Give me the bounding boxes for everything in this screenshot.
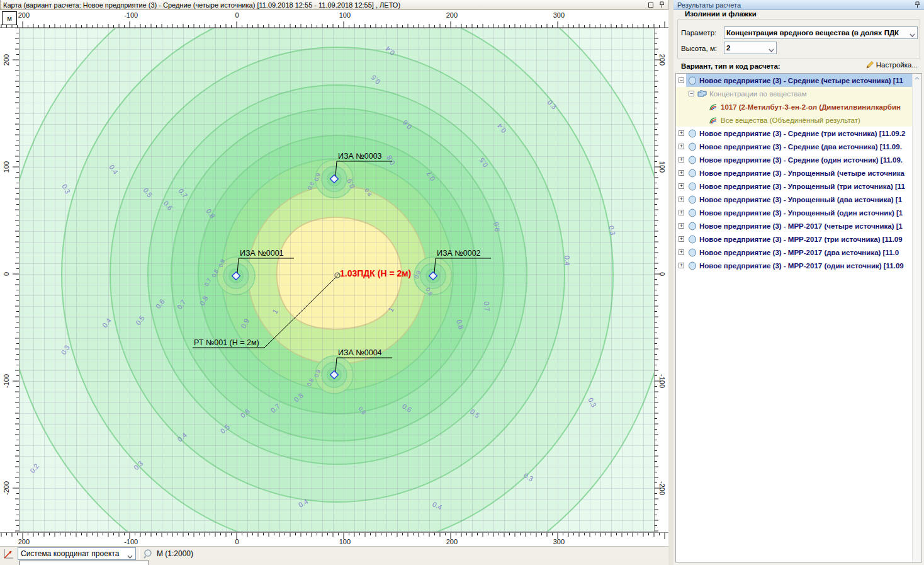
panel-splitter[interactable]: [668, 0, 673, 565]
receptor-label: РТ №001 (Н = 2м): [194, 338, 259, 347]
tree-scrollbar[interactable]: [912, 74, 921, 562]
isoline-value-label: 0.7: [483, 301, 491, 311]
ruler-label: 300: [553, 538, 565, 545]
collapse-icon[interactable]: −: [689, 91, 694, 96]
expand-icon[interactable]: +: [679, 223, 684, 229]
ruler-label: -100: [3, 374, 10, 388]
isoline-value-label: 0.4: [563, 256, 572, 266]
pin-icon[interactable]: [915, 1, 920, 8]
ruler-label: 200: [446, 11, 458, 19]
tree-item[interactable]: + Новое предприятие (3) - Средние (три и…: [676, 127, 921, 140]
tree-item[interactable]: + Новое предприятие (3) - МРР-2017 (три …: [676, 232, 921, 246]
expand-icon[interactable]: +: [679, 183, 684, 189]
ruler-label: -100: [658, 374, 666, 388]
variant-icon: [687, 248, 697, 257]
variant-icon: [687, 261, 697, 270]
parameter-label: Параметр:: [681, 29, 716, 37]
variant-icon: [687, 182, 697, 191]
tree-item[interactable]: + Новое предприятие (3) - МРР-2017 (один…: [676, 259, 921, 272]
tree-item[interactable]: + Новое предприятие (3) - Средние (один …: [676, 153, 921, 166]
source-label: ИЗА №0003: [338, 152, 382, 161]
tree-item-label: Новое предприятие (3) - Средние (четыре …: [699, 77, 921, 84]
isolines-icon: [709, 103, 718, 111]
ruler-label: 100: [339, 538, 351, 545]
tree-item[interactable]: + Новое предприятие (3) - Упрощенный (тр…: [676, 180, 921, 193]
source-label: ИЗА №0001: [240, 249, 284, 258]
height-label: Высота, м:: [681, 45, 717, 52]
ruler-label: 0: [658, 272, 666, 276]
tree-item-label: 1017 (2-Метилбут-3-ен-2-ол (Диметилвинил…: [721, 103, 921, 111]
ruler-label: -100: [124, 11, 138, 19]
ruler-label: 200: [658, 54, 666, 66]
settings-button[interactable]: Настройка...: [866, 61, 918, 69]
variant-icon: [687, 222, 697, 231]
tree-item[interactable]: 1017 (2-Метилбут-3-ен-2-ол (Диметилвинил…: [676, 100, 921, 113]
ruler-label: 200: [18, 11, 30, 19]
tree-item-label: Новое предприятие (3) - Средние (один ис…: [699, 156, 921, 164]
collapse-icon[interactable]: −: [679, 77, 684, 83]
ruler-top: 200-1000100200300: [0, 10, 668, 28]
tree-item[interactable]: + Новое предприятие (3) - Упрощенный (од…: [676, 206, 921, 219]
map-canvas[interactable]: 0.30.40.50.60.70.80.40.50.30.60.40.50.80…: [19, 28, 655, 532]
ruler-label: -200: [3, 481, 10, 495]
tree-item[interactable]: + Новое предприятие (3) - МРР-2017 (два …: [676, 246, 921, 259]
pin-icon[interactable]: [658, 1, 665, 9]
map-window-titlebar: Карта (вариант расчета: Новое предприяти…: [0, 0, 668, 10]
max-concentration-label: 1.03ПДК (Н = 2м): [340, 268, 411, 278]
map-window: Карта (вариант расчета: Новое предприяти…: [0, 0, 668, 565]
ruler-right: 2001000-100-200: [655, 28, 668, 532]
tree-item[interactable]: + Новое предприятие (3) - Упрощенный (че…: [676, 166, 921, 180]
tree-item-label: Новое предприятие (3) - Упрощенный (три …: [699, 183, 921, 190]
expand-icon[interactable]: +: [679, 210, 684, 215]
height-combobox[interactable]: 2: [724, 42, 777, 54]
ruler-unit-box: м: [2, 11, 17, 25]
source-label: ИЗА №0004: [338, 348, 382, 357]
variant-icon: [687, 129, 697, 138]
ruler-label: 0: [235, 538, 239, 545]
tree-item[interactable]: + Новое предприятие (3) - МРР-2017 (четы…: [676, 219, 921, 232]
isolines-icon: [709, 116, 718, 125]
tree-item-label: Все вещества (Объединённый результат): [721, 117, 921, 124]
chevron-up-icon[interactable]: [913, 74, 921, 83]
magnifier-icon: [143, 549, 154, 559]
ruler-label: 100: [339, 11, 351, 19]
ruler-label: -100: [124, 538, 138, 545]
expand-icon[interactable]: +: [679, 170, 684, 176]
tree-item[interactable]: + Новое предприятие (3) - Упрощенный (дв…: [676, 193, 921, 206]
ruler-label: 0: [3, 272, 10, 276]
results-panel: Результаты расчета Изолинии и флажки Пар…: [673, 0, 924, 565]
variant-icon: [687, 156, 697, 164]
ruler-label: 100: [3, 161, 10, 173]
expand-icon[interactable]: +: [679, 130, 684, 136]
expand-icon[interactable]: +: [679, 144, 684, 149]
coordinate-system-combobox[interactable]: Система координат проекта: [18, 547, 136, 560]
expand-icon[interactable]: +: [679, 249, 684, 255]
map-window-title: Карта (вариант расчета: Новое предприяти…: [3, 1, 644, 9]
tree-item-label: Новое предприятие (3) - МРР-2017 (четыре…: [699, 222, 921, 230]
variant-icon: [687, 235, 697, 244]
tree-item-label: Новое предприятие (3) - МРР-2017 (один и…: [699, 262, 921, 270]
variant-icon: [687, 195, 697, 204]
restore-icon[interactable]: [647, 1, 655, 9]
parameter-combobox[interactable]: Концентрация вредного вещества (в долях …: [724, 26, 918, 39]
variant-section-label: Вариант, тип и код расчета:: [681, 62, 780, 70]
ruler-label: 200: [18, 538, 30, 545]
tree-item[interactable]: − Новое предприятие (3) - Средние (четыр…: [676, 74, 921, 87]
tree-item-label: Новое предприятие (3) - МРР-2017 (два ис…: [699, 249, 921, 256]
expand-icon[interactable]: +: [679, 236, 684, 242]
legend-window-partial: [19, 561, 149, 565]
chevron-down-icon: [127, 552, 133, 556]
tree-item[interactable]: + Новое предприятие (3) - Средние (два и…: [676, 140, 921, 153]
map-scale: М (1:2000): [157, 549, 193, 558]
ruler-bottom: 200-1000100200300: [0, 532, 668, 546]
expand-icon[interactable]: +: [679, 157, 684, 163]
results-tree: − Новое предприятие (3) - Средние (четыр…: [675, 73, 922, 562]
tree-item[interactable]: − Концентрации по веществам: [676, 87, 921, 100]
ruler-label: -200: [658, 481, 666, 495]
expand-icon[interactable]: +: [679, 197, 684, 202]
tree-item-label: Новое предприятие (3) - Упрощенный (один…: [699, 209, 921, 217]
contour-map: 0.30.40.50.60.70.80.40.50.30.60.40.50.80…: [20, 28, 654, 532]
expand-icon[interactable]: +: [679, 263, 684, 268]
isolines-group-title: Изолинии и флажки: [682, 10, 759, 18]
tree-item[interactable]: Все вещества (Объединённый результат): [676, 113, 921, 127]
